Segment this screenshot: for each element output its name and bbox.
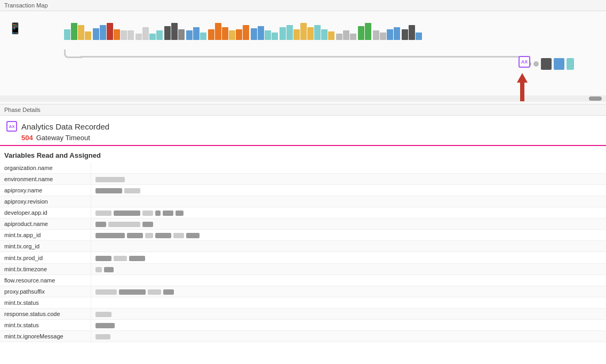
phase-title-row: AX Analytics Data Recorded (6, 121, 600, 132)
transaction-map-header: Transaction Map (0, 0, 606, 11)
table-row: environment.name (0, 174, 606, 185)
after-ax-elements (526, 58, 574, 70)
var-value-cell (91, 319, 606, 330)
status-text: Gateway Timeout (36, 134, 90, 142)
var-value-cell (91, 196, 606, 207)
phase-name: Analytics Data Recorded (21, 122, 109, 131)
variables-title: Variables Read and Assigned (0, 151, 606, 163)
ax-badge[interactable]: AX (519, 56, 530, 68)
var-value-cell (91, 330, 606, 342)
var-name-cell: mint.tx.status (0, 297, 91, 308)
table-row: mint.tx.timezone (0, 263, 606, 274)
table-row: developer.app.id (0, 207, 606, 219)
var-value-cell (91, 241, 606, 252)
var-value-cell (91, 308, 606, 319)
var-value-cell (91, 219, 606, 230)
table-row: mint.tx.status (0, 297, 606, 308)
phase-details-content: AX Analytics Data Recorded 504 Gateway T… (0, 116, 606, 146)
table-row: mint.tx.app_id (0, 230, 606, 241)
table-row: response.status.code (0, 308, 606, 319)
timeline-strip[interactable] (64, 20, 606, 41)
ax-badge-phase: AX (6, 121, 17, 132)
table-row: apiproduct.name (0, 219, 606, 230)
var-value-cell (91, 286, 606, 297)
var-name-cell: mint.tx.timezone (0, 263, 91, 274)
var-name-cell: environment.name (0, 174, 91, 185)
table-row: proxy.pathsuffix (0, 286, 606, 297)
phone-icon: 📱 (9, 22, 22, 35)
var-value-cell (91, 207, 606, 219)
table-row: apiproxy.revision (0, 196, 606, 207)
var-value-cell (91, 230, 606, 241)
var-value-cell (91, 252, 606, 263)
var-value-cell (91, 274, 606, 286)
var-name-cell: developer.app.id (0, 207, 91, 219)
table-row: mint.tx.prod_id (0, 252, 606, 263)
var-name-cell: mint.tx.org_id (0, 241, 91, 252)
var-value-cell (91, 263, 606, 274)
var-name-cell: mint.tx.prod_id (0, 252, 91, 263)
var-value-cell (91, 297, 606, 308)
var-name-cell: apiproxy.name (0, 185, 91, 196)
var-value-cell (91, 163, 606, 174)
var-name-cell: apiproduct.name (0, 219, 91, 230)
table-row: mint.tx.ignoreMessage (0, 330, 606, 342)
status-code: 504 (21, 134, 33, 142)
status-row: 504 Gateway Timeout (6, 134, 600, 142)
return-arrow-line (64, 50, 525, 62)
variables-section: Variables Read and Assigned organization… (0, 146, 606, 342)
var-name-cell: mint.tx.status (0, 319, 91, 330)
scrollbar-thumb[interactable] (589, 96, 602, 101)
table-row: apiproxy.name (0, 185, 606, 196)
transaction-map-area: 📱 (0, 11, 606, 104)
var-value-cell (91, 174, 606, 185)
var-name-cell: organization.name (0, 163, 91, 174)
var-value-cell (91, 185, 606, 196)
var-name-cell: flow.resource.name (0, 274, 91, 286)
table-row: mint.tx.status (0, 319, 606, 330)
phase-details-header: Phase Details (0, 104, 606, 116)
table-row: flow.resource.name (0, 274, 606, 286)
table-row: organization.name (0, 163, 606, 174)
red-arrow-up (517, 73, 528, 101)
var-name-cell: proxy.pathsuffix (0, 286, 91, 297)
scrollbar[interactable] (0, 95, 606, 102)
var-name-cell: mint.tx.app_id (0, 230, 91, 241)
var-name-cell: apiproxy.revision (0, 196, 91, 207)
var-name-cell: response.status.code (0, 308, 91, 319)
var-name-cell: mint.tx.ignoreMessage (0, 330, 91, 342)
variables-table: organization.nameenvironment.nameapiprox… (0, 163, 606, 342)
table-row: mint.tx.org_id (0, 241, 606, 252)
